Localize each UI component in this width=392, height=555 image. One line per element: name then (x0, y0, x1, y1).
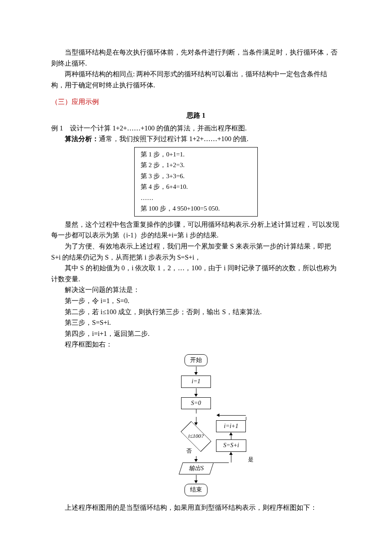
fc-cond-label: i≤100? (188, 432, 204, 441)
arrowhead-left-icon (216, 413, 219, 417)
body-p1: 显然，这个过程中包含重复操作的步骤，可以用循环结构表示.分析上述计算过程，可以发… (51, 219, 341, 241)
fc-yes-label: 是 (248, 455, 254, 464)
algo-step1: 第一步，令 i=1，S=0. (51, 295, 341, 306)
steps-box: 第 1 步，0+1=1. 第 2 步，1+2=3. 第 3 步，3+3=6. 第… (134, 147, 258, 217)
step-2: 第 2 步，1+2=3. (141, 160, 251, 171)
fc-inc-i: i=i+1 (216, 420, 246, 432)
paragraph-commonality: 两种循环结构的相同点: 两种不同形式的循环结构可以看出，循环结构中一定包含条件结… (51, 69, 341, 90)
body-p4: 解决这一问题的算法是： (51, 284, 341, 295)
fc-output-label: 输出S (189, 464, 204, 473)
conclusion: 上述程序框图用的是当型循环结构，如果用直到型循环结构表示，则程序框图如下： (51, 502, 341, 513)
step-3: 第 3 步，3+3=6. (141, 171, 251, 182)
fc-output: 输出S (179, 462, 213, 474)
paragraph-pre-check: 当型循环结构是在每次执行循环体前，先对条件进行判断，当条件满足时，执行循环体，否… (51, 47, 341, 69)
example-1-title: 例 1 设计一个计算 1+2+……+100 的值的算法，并画出程序框图. (51, 123, 341, 134)
fc-end: 结束 (184, 484, 208, 496)
body-p3: 其中 S 的初始值为 0，i 依次取 1，2，…，100，由于 i 同时记录了循… (51, 263, 341, 284)
fc-decision: i≤100? (177, 425, 215, 447)
algo-step3: 第三步，S=S+i. (51, 317, 341, 328)
analysis-line: 算法分析：通常，我们按照下列过程计算 1+2+……+100 的值. (51, 133, 341, 145)
analysis-text: 通常，我们按照下列过程计算 1+2+……+100 的值. (99, 135, 248, 142)
fc-loop: i≤100? 是 i=i+1 S=S+i (177, 409, 215, 447)
step-4: 第 4 步，6+4=10. (141, 182, 251, 193)
analysis-label: 算法分析： (65, 135, 99, 142)
arrow-icon (194, 475, 198, 483)
algo-step4: 第四步，i=i+1，返回第二步. (51, 328, 341, 339)
body-p5: 程序框图如右： (51, 339, 341, 350)
step-100: 第 100 步，4 950+100=5 050. (141, 203, 251, 214)
section-heading-examples: （三）应用示例 (51, 96, 341, 107)
fc-acc: S=S+i (216, 439, 246, 451)
flowchart: 开始 i=1 S=0 i≤100? 是 (51, 354, 341, 496)
algo-step2: 第二步，若 i≤100 成立，则执行第三步；否则，输出 S，结束算法. (51, 306, 341, 318)
fc-init-i: i=1 (181, 376, 211, 387)
train-heading: 思路 1 (51, 110, 341, 121)
fc-no-label: 否 (186, 447, 192, 456)
fc-start: 开始 (184, 354, 208, 366)
step-1: 第 1 步，0+1=1. (141, 149, 251, 160)
arrow-icon (194, 456, 198, 462)
step-dots: …… (141, 193, 251, 204)
fc-init-s: S=0 (181, 397, 211, 409)
arrow-icon (194, 388, 198, 397)
arrow-icon (194, 367, 198, 375)
body-p2: 为了方便、有效地表示上述过程，我们用一个累加变量 S 来表示第一步的计算结果，即… (51, 241, 341, 263)
